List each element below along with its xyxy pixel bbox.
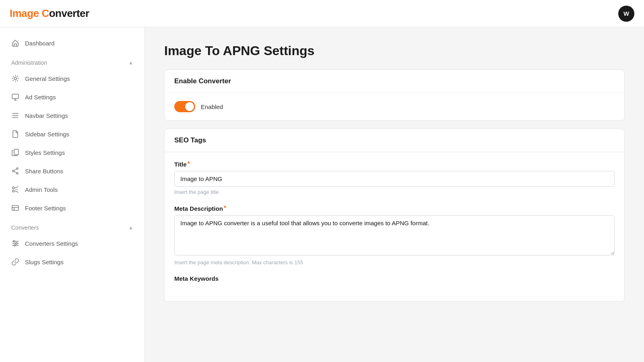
user-avatar[interactable]: W	[618, 6, 634, 22]
page-title: Image To APNG Settings	[164, 43, 625, 58]
sliders-icon	[11, 239, 19, 247]
gear-icon	[11, 74, 19, 82]
title-field-group: Title* Insert the page title	[174, 160, 615, 195]
svg-point-7	[12, 190, 14, 192]
layout: Dashboard Administration ▲ General Setti…	[0, 27, 644, 362]
sidebar-item-general-settings[interactable]: General Settings	[0, 69, 144, 88]
sidebar-item-admin-tools[interactable]: Admin Tools	[0, 180, 144, 199]
section-converters-label: Converters	[11, 224, 39, 231]
menu-icon	[11, 111, 19, 119]
sidebar-nav: Dashboard Administration ▲ General Setti…	[0, 27, 144, 278]
link-icon	[11, 258, 19, 266]
svg-point-10	[16, 243, 17, 244]
converters-settings-label: Converters Settings	[25, 240, 78, 247]
meta-description-hint: Insert the page meta description. Max ch…	[174, 259, 615, 265]
app-logo: Image Converter	[10, 7, 89, 20]
sidebar: Dashboard Administration ▲ General Setti…	[0, 27, 145, 362]
enable-converter-card: Enable Converter Enabled	[164, 70, 625, 121]
share-icon	[11, 167, 19, 175]
chevron-up-icon: ▲	[128, 60, 133, 66]
enable-converter-body: Enabled	[165, 93, 624, 120]
enable-converter-toggle[interactable]	[174, 101, 195, 112]
sidebar-item-footer-settings[interactable]: Footer Settings	[0, 199, 144, 217]
toggle-track	[174, 101, 195, 112]
general-settings-label: General Settings	[25, 75, 70, 82]
seo-tags-card: SEO Tags Title* Insert the page title Me…	[164, 129, 625, 302]
navbar-settings-label: Navbar Settings	[25, 112, 68, 119]
sidebar-item-styles-settings[interactable]: Styles Settings	[0, 143, 144, 162]
meta-keywords-field-group: Meta Keywords	[174, 275, 615, 282]
sidebar-item-slugs-settings[interactable]: Slugs Settings	[0, 253, 144, 271]
meta-description-label: Meta Description*	[174, 205, 615, 212]
logo-image-text: Image	[10, 7, 41, 19]
share-buttons-label: Share Buttons	[25, 168, 63, 175]
seo-tags-header: SEO Tags	[165, 129, 624, 152]
svg-point-9	[13, 241, 15, 242]
section-administration-label: Administration	[11, 60, 47, 66]
copy-icon	[11, 148, 19, 156]
toggle-enabled-label: Enabled	[201, 103, 223, 110]
seo-fields: Title* Insert the page title Meta Descri…	[165, 152, 624, 301]
monitor-icon	[11, 93, 19, 101]
logo-rest-text: onverter	[49, 7, 89, 19]
meta-description-required-indicator: *	[224, 205, 226, 212]
sidebar-settings-label: Sidebar Settings	[25, 131, 69, 138]
header: Image Converter W	[0, 0, 644, 27]
styles-settings-label: Styles Settings	[25, 149, 65, 156]
section-converters[interactable]: Converters ▲	[0, 217, 144, 234]
meta-description-field-group: Meta Description* Image to APNG converte…	[174, 205, 615, 265]
slugs-settings-label: Slugs Settings	[25, 259, 64, 265]
svg-rect-2	[14, 149, 19, 155]
enable-converter-header: Enable Converter	[165, 70, 624, 93]
svg-rect-1	[12, 94, 19, 99]
chevron-up-icon-2: ▲	[128, 225, 133, 230]
sidebar-item-converters-settings[interactable]: Converters Settings	[0, 234, 144, 253]
title-required-indicator: *	[188, 160, 190, 168]
meta-keywords-label: Meta Keywords	[174, 275, 615, 282]
logo-c-text: C	[41, 7, 49, 19]
svg-point-0	[14, 77, 17, 80]
svg-rect-8	[12, 206, 19, 210]
title-input[interactable]	[174, 171, 615, 187]
file-icon	[11, 130, 19, 138]
toggle-knob	[185, 102, 194, 111]
svg-point-6	[12, 187, 14, 189]
title-hint: Insert the page title	[174, 189, 615, 195]
svg-point-11	[14, 245, 16, 246]
dashboard-label: Dashboard	[25, 40, 54, 47]
ad-settings-label: Ad Settings	[25, 94, 56, 101]
sidebar-item-share-buttons[interactable]: Share Buttons	[0, 162, 144, 180]
sidebar-item-ad-settings[interactable]: Ad Settings	[0, 88, 144, 106]
sidebar-item-dashboard[interactable]: Dashboard	[0, 34, 144, 52]
sidebar-item-navbar-settings[interactable]: Navbar Settings	[0, 106, 144, 125]
sidebar-item-sidebar-settings[interactable]: Sidebar Settings	[0, 125, 144, 143]
footer-settings-label: Footer Settings	[25, 205, 66, 212]
scissors-icon	[11, 185, 19, 193]
home-icon	[11, 39, 19, 47]
toggle-row: Enabled	[174, 101, 615, 112]
admin-tools-label: Admin Tools	[25, 186, 58, 193]
title-label: Title*	[174, 160, 615, 168]
table-icon	[11, 204, 19, 212]
section-administration[interactable]: Administration ▲	[0, 52, 144, 69]
meta-description-textarea[interactable]: Image to APNG converter is a useful tool…	[174, 215, 615, 255]
main-content: Image To APNG Settings Enable Converter …	[145, 27, 644, 362]
